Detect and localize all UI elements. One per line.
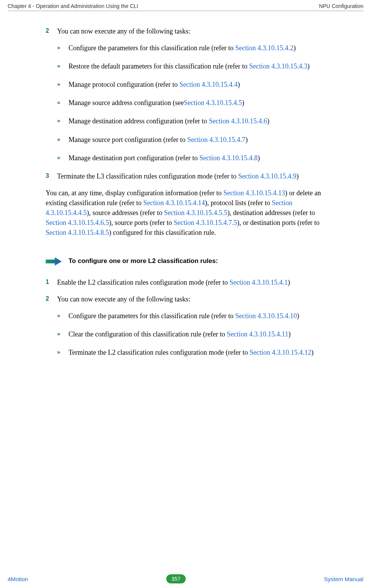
svg-marker-0	[46, 257, 62, 266]
page-content: 2 You can now execute any of the followi…	[0, 26, 371, 357]
list-item: » Manage source address configuration (s…	[57, 98, 329, 108]
bullet-icon: »	[57, 116, 68, 126]
list-item: » Terminate the L2 classification rules …	[57, 347, 329, 357]
list-text: Restore the default parameters for this …	[68, 61, 329, 71]
section-link[interactable]: Section 4.3.10.15.4.12	[250, 349, 311, 356]
list-item: » Manage destination port configuration …	[57, 153, 329, 163]
step-b1: 1 Enable the L2 classification rules con…	[46, 277, 329, 287]
step-text: You can now execute any of the following…	[57, 26, 329, 36]
page-footer: 4Motion 357 System Manual	[0, 574, 371, 583]
bullet-icon: »	[57, 135, 68, 145]
section-link[interactable]: Section 4.3.10.15.4.6.5	[46, 219, 109, 226]
section-link[interactable]: Section 4.3.10.15.4.9	[238, 172, 296, 180]
page-number-badge: 357	[166, 574, 186, 583]
page-header: Chapter 4 - Operation and Administration…	[0, 0, 371, 11]
section-link[interactable]: Section 4.3.10.15.4.8	[199, 154, 258, 162]
section-link[interactable]: Section 4.3.10.15.4.7	[187, 136, 245, 143]
bullet-icon: »	[57, 98, 68, 108]
list-text: Manage source port configuration (refer …	[68, 135, 329, 145]
list-text: Manage destination address configuration…	[68, 116, 329, 126]
list-text: Manage source address configuration (see…	[68, 98, 329, 108]
step-number: 2	[46, 294, 57, 304]
procedure-callout: To configure one or more L2 classificati…	[46, 257, 329, 266]
section-link[interactable]: Section 4.3.10.15.4.1	[229, 279, 288, 286]
section-link[interactable]: Section 4.3.10.15.4.7.5	[174, 219, 237, 226]
list-item: » Manage destination address configurati…	[57, 116, 329, 126]
section-link[interactable]: Section 4.3.10.15.4.5	[184, 99, 242, 107]
list-text: Terminate the L2 classification rules co…	[68, 347, 329, 357]
section-link[interactable]: Section 4.3.10.15.4.4	[179, 81, 237, 88]
step-text: You can now execute any of the following…	[57, 294, 329, 304]
section-link[interactable]: Section 4.3.10.15.4.14	[143, 199, 205, 207]
bullet-icon: »	[57, 43, 68, 53]
section-link[interactable]: Section 4.3.10.15.4.5.5	[164, 209, 228, 217]
section-link[interactable]: Section 4.3.10.15.4.13	[223, 189, 285, 197]
section-link[interactable]: Section 4.3.10.15.4.11	[227, 330, 288, 338]
header-left: Chapter 4 - Operation and Administration…	[8, 3, 138, 9]
section-link[interactable]: Section 4.3.10.15.4.2	[235, 44, 293, 52]
header-rule	[8, 11, 363, 11]
step-text: Terminate the L3 classification rules co…	[57, 171, 329, 181]
info-paragraph: You can, at any time, display configurat…	[46, 188, 329, 237]
list-item: » Clear the configuration of this classi…	[57, 329, 329, 339]
list-item: » Configure the parameters for this clas…	[57, 43, 329, 53]
list-item: » Configure the parameters for this clas…	[57, 311, 329, 321]
list-item: » Manage protocol configuration (refer t…	[57, 80, 329, 89]
list-text: Configure the parameters for this classi…	[68, 43, 329, 53]
bullet-icon: »	[57, 311, 68, 321]
bullet-icon: »	[57, 80, 68, 89]
step-2-sublist: » Configure the parameters for this clas…	[57, 43, 329, 163]
bullet-icon: »	[57, 347, 68, 357]
callout-title: To configure one or more L2 classificati…	[68, 257, 218, 266]
step-b2: 2 You can now execute any of the followi…	[46, 294, 329, 304]
step-2: 2 You can now execute any of the followi…	[46, 26, 329, 36]
list-item: » Manage source port configuration (refe…	[57, 135, 329, 145]
bullet-icon: »	[57, 329, 68, 339]
bullet-icon: »	[57, 61, 68, 71]
bullet-icon: »	[57, 153, 68, 163]
section-link[interactable]: Section 4.3.10.15.4.8.5	[46, 229, 109, 236]
header-right: NPU Configuration	[319, 3, 363, 9]
list-text: Configure the parameters for this classi…	[68, 311, 329, 321]
list-item: » Restore the default parameters for thi…	[57, 61, 329, 71]
step-number: 3	[46, 171, 57, 181]
step-number: 1	[46, 277, 57, 287]
section-link[interactable]: Section 4.3.10.15.4.3	[249, 62, 307, 70]
step-text: Enable the L2 classification rules confi…	[57, 277, 329, 287]
section-link[interactable]: Section 4.3.10.15.4.10	[235, 312, 297, 320]
footer-left: 4Motion	[8, 576, 28, 582]
step-b2-sublist: » Configure the parameters for this clas…	[57, 311, 329, 357]
footer-right: System Manual	[324, 576, 363, 582]
arrow-icon	[46, 257, 62, 266]
step-3: 3 Terminate the L3 classification rules …	[46, 171, 329, 181]
section-link[interactable]: Section 4.3.10.15.4.6	[209, 117, 267, 125]
step-number: 2	[46, 26, 57, 36]
list-text: Clear the configuration of this classifi…	[68, 329, 329, 339]
list-text: Manage protocol configuration (refer to …	[68, 80, 329, 89]
list-text: Manage destination port configuration (r…	[68, 153, 329, 163]
